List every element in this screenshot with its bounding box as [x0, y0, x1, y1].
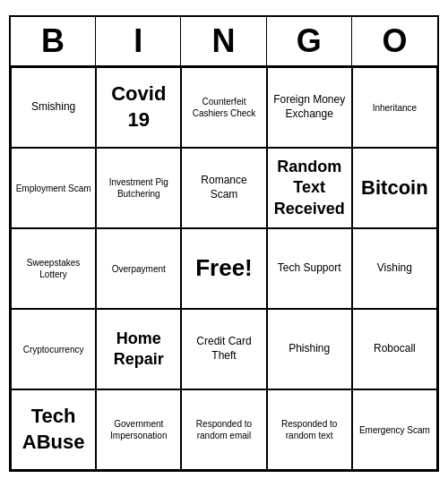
bingo-cell-6: Investment Pig Butchering [96, 148, 181, 228]
bingo-cell-16: Home Repair [96, 309, 181, 389]
bingo-cell-22: Responded to random email [181, 389, 266, 470]
bingo-header: BINGO [11, 17, 437, 67]
bingo-letter-g: G [267, 17, 352, 65]
bingo-cell-8: Random Text Received [267, 148, 352, 228]
bingo-cell-13: Tech Support [267, 228, 352, 309]
bingo-cell-21: Government Impersonation [96, 389, 181, 470]
bingo-letter-o: O [352, 17, 437, 65]
bingo-cell-7: Romance Scam [181, 148, 266, 228]
bingo-cell-10: Sweepstakes Lottery [11, 228, 96, 309]
bingo-cell-9: Bitcoin [352, 148, 437, 228]
bingo-cell-2: Counterfeit Cashiers Check [181, 67, 266, 148]
bingo-cell-24: Emergency Scam [352, 389, 437, 470]
bingo-cell-3: Foreign Money Exchange [267, 67, 352, 148]
bingo-cell-0: Smishing [11, 67, 96, 148]
bingo-cell-5: Employment Scam [11, 148, 96, 228]
bingo-cell-14: Vishing [352, 228, 437, 309]
bingo-grid: SmishingCovid 19Counterfeit Cashiers Che… [11, 67, 437, 470]
bingo-cell-15: Cryptocurrency [11, 309, 96, 389]
bingo-cell-18: Phishing [267, 309, 352, 389]
bingo-card: BINGO SmishingCovid 19Counterfeit Cashie… [9, 15, 439, 472]
bingo-cell-23: Responded to random text [267, 389, 352, 470]
bingo-letter-i: I [96, 17, 181, 65]
bingo-cell-17: Credit Card Theft [181, 309, 266, 389]
bingo-cell-19: Robocall [352, 309, 437, 389]
bingo-cell-20: Tech ABuse [11, 389, 96, 470]
bingo-cell-1: Covid 19 [96, 67, 181, 148]
bingo-cell-4: Inheritance [352, 67, 437, 148]
bingo-cell-12: Free! [181, 228, 266, 309]
bingo-cell-11: Overpayment [96, 228, 181, 309]
bingo-letter-b: B [11, 17, 96, 65]
bingo-letter-n: N [181, 17, 266, 65]
